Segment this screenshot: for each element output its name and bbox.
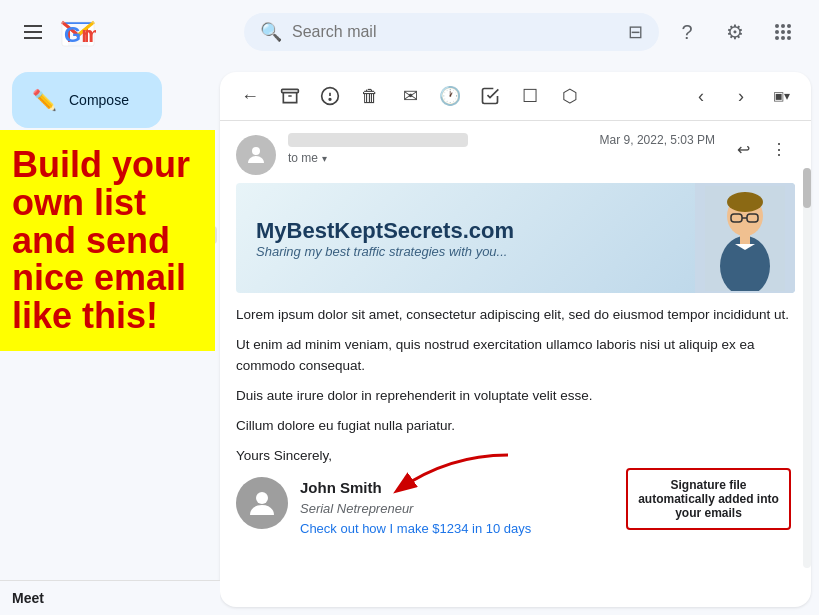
snooze-button[interactable]: 🕐 [432, 78, 468, 114]
svg-point-12 [787, 36, 791, 40]
sender-avatar [236, 135, 276, 175]
inbox-label: Inbox [54, 172, 179, 188]
svg-point-9 [787, 30, 791, 34]
sidebar-placeholder-2 [54, 226, 217, 244]
svg-point-5 [781, 24, 785, 28]
svg-point-4 [775, 24, 779, 28]
mail-section-label[interactable]: ▾ Mail [8, 136, 212, 164]
email-body: Lorem ipsum dolor sit amet, consectetur … [220, 305, 811, 551]
header-left: Gmail [16, 14, 236, 50]
sender-info: to me ▾ [288, 133, 588, 165]
sidebar-item-inbox[interactable]: 📥 Inbox 3 [8, 164, 212, 196]
gmail-logo: Gmail [60, 14, 96, 50]
sig-link[interactable]: Check out how I make $1234 in 10 days [300, 521, 531, 536]
sig-avatar [236, 477, 288, 529]
move-button[interactable]: ☐ [512, 78, 548, 114]
apps-icon[interactable] [763, 12, 803, 52]
help-icon[interactable]: ? [667, 12, 707, 52]
sig-avatar-icon [246, 487, 278, 519]
banner-content: MyBestKeptSecrets.com Sharing my best tr… [236, 183, 695, 293]
to-chevron-icon: ▾ [322, 153, 327, 164]
task-button[interactable] [472, 78, 508, 114]
sig-info: John Smith Serial Netrepreneur Check out… [300, 477, 531, 539]
bullet-placeholder-1 [32, 293, 204, 307]
sidebar-bullet-2[interactable] [8, 310, 212, 330]
search-filter-icon[interactable]: ⊟ [628, 21, 643, 43]
header: Gmail 🔍 ⊟ ? ⚙ [0, 0, 819, 64]
next-email-button[interactable]: › [723, 78, 759, 114]
header-right: ? ⚙ [667, 12, 803, 52]
email-banner: MyBestKeptSecrets.com Sharing my best tr… [236, 183, 795, 293]
sidebar-item-snoozed[interactable]: 21 [8, 250, 212, 282]
compose-button[interactable]: ✏️ Compose [12, 72, 162, 128]
email-para-2: Ut enim ad minim veniam, quis nostrud ex… [236, 335, 795, 376]
delete-button[interactable]: 🗑 [352, 78, 388, 114]
bullet-icon-3 [16, 336, 24, 344]
banner-site-name: MyBestKeptSecrets.com [256, 218, 675, 244]
prev-email-button[interactable]: ‹ [683, 78, 719, 114]
bullet-placeholder-2 [32, 313, 204, 327]
email-header: to me ▾ Mar 9, 2022, 5:03 PM ↩ ⋮ [220, 121, 811, 183]
person-svg [705, 186, 785, 291]
sender-name-placeholder [288, 133, 468, 147]
bullet-icon-2 [16, 316, 24, 324]
bullet-placeholder-3 [32, 333, 145, 347]
mail-label: Mail [31, 142, 58, 158]
sender-avatar-icon [244, 143, 268, 167]
email-actions: ↩ ⋮ [727, 133, 795, 165]
email-date: Mar 9, 2022, 5:03 PM [600, 133, 715, 147]
gmail-m-icon: Gmail [60, 14, 96, 50]
back-button[interactable]: ← [232, 78, 268, 114]
banner-tagline: Sharing my best traffic strategies with … [256, 244, 675, 259]
sig-name: John Smith [300, 477, 531, 500]
inbox-icon: 📥 [20, 169, 40, 191]
svg-point-7 [775, 30, 779, 34]
meet-section: Meet [0, 580, 220, 615]
reply-button[interactable]: ↩ [727, 133, 759, 165]
compose-label: Compose [69, 92, 129, 108]
email-toolbar: ← 🗑 ✉ 🕐 [220, 72, 811, 121]
search-input[interactable] [292, 23, 618, 41]
email-view: to me ▾ Mar 9, 2022, 5:03 PM ↩ ⋮ MyBestK… [220, 121, 811, 607]
sender-to[interactable]: to me ▾ [288, 151, 588, 165]
svg-point-16 [329, 99, 331, 101]
task-icon [480, 86, 500, 106]
sidebar-bottom-badge: 16 [157, 333, 170, 347]
meet-label: Meet [12, 590, 44, 606]
svg-point-11 [781, 36, 785, 40]
svg-point-6 [787, 24, 791, 28]
archive-button[interactable] [272, 78, 308, 114]
svg-point-10 [775, 36, 779, 40]
email-para-1: Lorem ipsum dolor sit amet, consectetur … [236, 305, 795, 325]
sidebar-bullet-1[interactable] [8, 290, 212, 310]
svg-point-20 [727, 192, 763, 212]
search-bar[interactable]: 🔍 ⊟ [244, 13, 659, 51]
sidebar: ✏️ Compose ▾ Mail 📥 Inbox 3 21 [0, 64, 220, 615]
apps-grid-icon [773, 22, 793, 42]
inbox-badge: 3 [193, 173, 200, 187]
report-button[interactable] [312, 78, 348, 114]
email-sign-off: Yours Sincerely, [236, 446, 795, 466]
svg-text:Gmail: Gmail [64, 22, 96, 47]
banner-text: MyBestKeptSecrets.com Sharing my best tr… [256, 218, 675, 259]
svg-point-17 [252, 147, 260, 155]
email-area: ← 🗑 ✉ 🕐 [220, 72, 811, 607]
mark-unread-button[interactable]: ✉ [392, 78, 428, 114]
sig-title: Serial Netrepreneur [300, 499, 531, 519]
view-options-button[interactable]: ▣▾ [763, 78, 799, 114]
svg-point-8 [781, 30, 785, 34]
snoozed-badge: 21 [187, 259, 200, 273]
svg-point-26 [256, 492, 268, 504]
settings-icon[interactable]: ⚙ [715, 12, 755, 52]
sidebar-bullet-3[interactable]: 16 [8, 330, 212, 350]
bullet-icon-1 [16, 296, 24, 304]
banner-person-image [695, 183, 795, 293]
email-signature: John Smith Serial Netrepreneur Check out… [236, 477, 795, 539]
more-button[interactable]: ⋮ [763, 133, 795, 165]
compose-pencil-icon: ✏️ [32, 88, 57, 112]
toolbar-right: ‹ › ▣▾ [683, 78, 799, 114]
hamburger-menu[interactable] [16, 17, 50, 47]
svg-rect-13 [282, 89, 299, 92]
label-button[interactable]: ⬡ [552, 78, 588, 114]
archive-icon [280, 86, 300, 106]
